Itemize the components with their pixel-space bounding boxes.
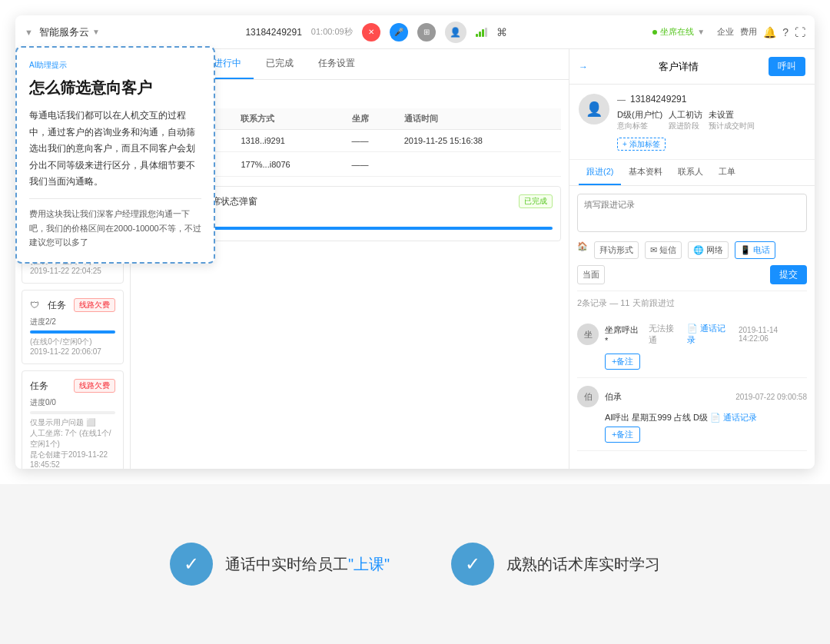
time-tag: 未设置 预计成交时间: [709, 109, 755, 131]
follow-textarea[interactable]: [577, 194, 807, 232]
signal-icon: [476, 28, 487, 37]
task-card-3-meta: (在线0个/空闲0个) 2019-11-22 20:06:07: [30, 337, 115, 356]
record-2-content: AI呼出 星期五999 占线 D级 📄 通话记录: [577, 412, 807, 423]
action-visit[interactable]: 拜访形式: [594, 241, 639, 259]
task-card-4[interactable]: 任务 线路欠费 进度0/0 仅显示用户问题 ⬜: [22, 370, 124, 469]
right-panel: → 客户详情 呼叫 👤 — 13184249291: [569, 49, 815, 469]
customer-id-row: — 13184249291: [617, 94, 805, 105]
breadcrumb: ▼: [25, 28, 33, 37]
record-2-time: 2019-07-22 09:00:58: [735, 393, 807, 401]
topbar-right: 坐席在线 ▼ 企业 费用 🔔 ? ⛶: [652, 26, 805, 38]
ai-divider: [29, 198, 201, 199]
task-card-3-header: 🛡 任务 线路欠费: [30, 298, 115, 312]
right-tabs: 跟进(2) 基本资料 联系人 工单: [569, 160, 815, 186]
end-call-button[interactable]: ✕: [362, 23, 380, 41]
feature-item-1: ✓ 通话中实时给员工"上课": [170, 543, 390, 586]
phone-number: 13184249291: [245, 27, 301, 38]
record-2-author: 伯承: [605, 391, 622, 403]
right-tab-ticket[interactable]: 工单: [711, 160, 743, 185]
customer-phone: 13184249291: [630, 94, 686, 105]
feature-text-2: 成熟的话术库实时学习: [506, 554, 660, 575]
follow-record-2: 伯 伯承 2019-07-22 09:00:58 AI呼出 星期五999 占线 …: [577, 378, 807, 451]
record-2-link[interactable]: 📄 通话记录: [710, 413, 757, 422]
follow-stats: 2条记录 — 11 天前跟进过: [577, 290, 807, 309]
stage-tag: 人工初访 跟进阶段: [669, 109, 702, 131]
ai-small-text: 费用这块我让我们深客户经理跟您沟通一下吧，我们的价格区间在2000-10000不…: [29, 207, 201, 250]
phone-call-icon: 📱: [740, 245, 751, 255]
microphone-icon[interactable]: 🎤: [390, 23, 408, 41]
row2-time: [398, 152, 561, 177]
right-header: → 客户详情 呼叫: [569, 49, 815, 85]
check-icon-2: ✓: [465, 553, 480, 575]
right-tab-contacts[interactable]: 联系人: [670, 160, 711, 185]
topbar-left: ▼ 智能服务云 ▼: [25, 25, 100, 39]
record-1-link[interactable]: 📄 通话记录: [687, 323, 732, 346]
col-phone: 联系方式: [234, 108, 345, 130]
call-duration: 01:00:09秒: [311, 26, 353, 38]
wifi-icon: ⌘: [496, 26, 507, 38]
expand-icon[interactable]: ⛶: [795, 26, 805, 38]
bell-icon[interactable]: 🔔: [763, 26, 776, 38]
record-2-header: 伯 伯承 2019-07-22 09:00:58: [577, 386, 807, 407]
row1-seat: ——: [346, 130, 398, 152]
action-face[interactable]: 当面: [577, 265, 605, 284]
record-2-avatar: 伯: [577, 386, 599, 407]
toggle-switch[interactable]: ⬜: [86, 418, 95, 427]
ai-overlay: AI助理提示 怎么筛选意向客户 每通电话我们都可以在人机交互的过程中，通过客户的…: [15, 46, 215, 264]
task-card-4-tag: 线路欠费: [74, 379, 115, 393]
add-note-2-button[interactable]: +备注: [605, 427, 640, 443]
sms-icon: ✉: [650, 245, 657, 255]
customer-tags: D级(用户忙) 意向标签 人工初访 跟进阶段 未设置: [617, 109, 805, 131]
submit-button[interactable]: 提交: [770, 265, 807, 284]
status-dropdown-arrow[interactable]: ▼: [697, 28, 705, 36]
col-time: 通话时间: [398, 108, 561, 130]
ai-label: AI助理提示: [29, 60, 201, 71]
feature-icon-1: ✓: [170, 543, 213, 586]
screenshot-area: ▼ 智能服务云 ▼ 13184249291 01:00:09秒 ✕ 🎤 ⊞ 👤: [0, 0, 830, 484]
action-web[interactable]: 🌐 网络: [688, 241, 729, 259]
task-card-4-meta: 仅显示用户问题 ⬜ 人工坐席: 7个 (在线1个/空闲1个) 昆仑创建于2019…: [30, 417, 115, 469]
task-card-3-tag: 线路欠费: [74, 298, 115, 312]
add-note-1-button[interactable]: +备注: [605, 354, 640, 370]
row1-time: 2019-11-25 15:16:38: [398, 130, 561, 152]
main-container: ▼ 智能服务云 ▼ 13184249291 01:00:09秒 ✕ 🎤 ⊞ 👤: [0, 0, 830, 644]
follow-content: 🏠 拜访形式 ✉ 短信 🌐 网络 📱: [569, 186, 815, 469]
task-card-3-title: 任务: [48, 299, 66, 312]
task-card-3-fill: [30, 330, 115, 334]
tab-settings[interactable]: 任务设置: [306, 49, 367, 79]
tab-completed[interactable]: 已完成: [254, 49, 306, 79]
doc-icon: 📄: [687, 324, 698, 333]
follow-actions: 🏠 拜访形式 ✉ 短信 🌐 网络 📱: [577, 241, 807, 284]
follow-record-1: 坐 坐席呼出 * 无法接通 📄 通话记录 2019-11-14 14:22:06…: [577, 315, 807, 378]
fee-label: 费用: [740, 26, 757, 38]
action-sms[interactable]: ✉ 短信: [645, 241, 682, 259]
call-button[interactable]: 呼叫: [769, 57, 805, 76]
ui-mockup: ▼ 智能服务云 ▼ 13184249291 01:00:09秒 ✕ 🎤 ⊞ 👤: [15, 15, 815, 469]
bottom-task-tag: 已完成: [519, 194, 553, 208]
question-icon[interactable]: ?: [782, 26, 788, 38]
service-cloud-label[interactable]: 智能服务云 ▼: [39, 25, 100, 39]
right-tab-follow[interactable]: 跟进(2): [579, 160, 621, 185]
check-icon-1: ✓: [184, 553, 199, 575]
ai-title: 怎么筛选意向客户: [29, 77, 201, 98]
doc-icon-2: 📄: [710, 413, 721, 422]
right-tab-basic[interactable]: 基本资料: [621, 160, 670, 185]
record-1-note: 无法接通: [649, 323, 681, 346]
add-tag-button[interactable]: + 添加标签: [617, 136, 805, 150]
record-1-time: 2019-11-14 14:22:06: [739, 326, 807, 343]
online-status[interactable]: 坐席在线 ▼: [652, 26, 705, 38]
task-card-4-title: 任务: [30, 380, 48, 393]
visit-type-icon: 🏠: [577, 241, 588, 259]
action-phone[interactable]: 📱 电话: [735, 241, 775, 259]
user-avatar: 👤: [445, 22, 466, 43]
topbar-center: 13184249291 01:00:09秒 ✕ 🎤 ⊞ 👤 ⌘: [245, 22, 506, 43]
task-card-3[interactable]: 🛡 任务 线路欠费 进度2/2 (在线0个/空闲0个) 2019-11-22 2…: [22, 290, 124, 364]
online-dot: [652, 30, 657, 35]
right-panel-title: 客户详情: [659, 60, 699, 74]
feature-section: ✓ 通话中实时给员工"上课" ✓ 成熟的话术库实时学习: [0, 484, 830, 644]
record-1-header: 坐 坐席呼出 * 无法接通 📄 通话记录 2019-11-14 14:22:06: [577, 323, 807, 346]
feature-item-2: ✓ 成熟的话术库实时学习: [451, 543, 660, 586]
grid-icon[interactable]: ⊞: [417, 23, 436, 41]
service-cloud-dropdown[interactable]: ▼: [92, 28, 100, 36]
shield-icon: 🛡: [30, 300, 39, 310]
